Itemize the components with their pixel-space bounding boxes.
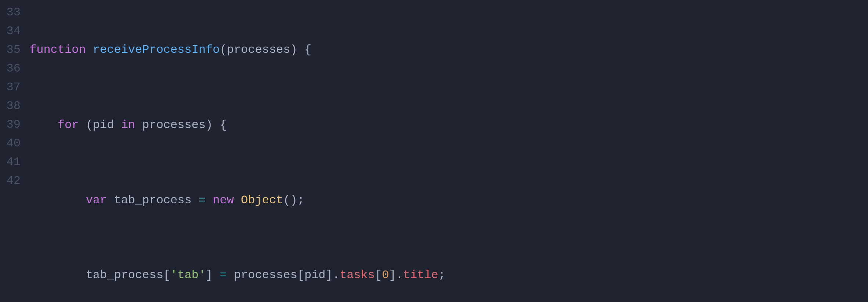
- punct-token: (: [283, 193, 290, 207]
- punct-token: ): [290, 43, 297, 57]
- property-token: title: [403, 268, 438, 282]
- operator-token: =: [192, 193, 213, 207]
- number-token: 0: [382, 268, 389, 282]
- punct-token: ): [206, 118, 213, 132]
- line-number: 42: [0, 171, 21, 190]
- punct-token: ]: [389, 268, 396, 282]
- punct-token: (: [86, 118, 93, 132]
- line-number: 38: [0, 97, 21, 115]
- punct-token: ;: [438, 268, 445, 282]
- keyword-token: in: [121, 118, 135, 132]
- whitespace-token: [86, 43, 93, 57]
- whitespace-token: [79, 118, 86, 132]
- code-line: tab_process['tab'] = processes[pid].task…: [29, 266, 868, 284]
- line-number: 37: [0, 78, 21, 97]
- keyword-token: for: [58, 118, 79, 132]
- variable-token: processes: [234, 268, 297, 282]
- class-token: Object: [241, 193, 283, 207]
- punct-token: {: [213, 118, 227, 132]
- code-content[interactable]: function receiveProcessInfo(processes) {…: [29, 3, 868, 302]
- line-number: 34: [0, 22, 21, 40]
- code-line: function receiveProcessInfo(processes) {: [29, 40, 868, 59]
- variable-token: processes: [142, 118, 206, 132]
- keyword-token: function: [29, 43, 86, 57]
- property-token: tasks: [340, 268, 375, 282]
- line-number-gutter: 33 34 35 36 37 38 39 40 41 42: [0, 3, 29, 302]
- line-number: 40: [0, 134, 21, 153]
- variable-token: pid: [93, 118, 114, 132]
- line-number: 33: [0, 3, 21, 22]
- code-line: var tab_process = new Object();: [29, 191, 868, 210]
- code-editor[interactable]: 33 34 35 36 37 38 39 40 41 42 function r…: [0, 3, 868, 302]
- keyword-token: new: [213, 193, 234, 207]
- whitespace-token: [107, 193, 114, 207]
- punct-token: ;: [297, 193, 304, 207]
- whitespace-token: [234, 193, 241, 207]
- punct-token: [: [163, 268, 170, 282]
- keyword-token: var: [86, 193, 107, 207]
- punct-token: ]: [326, 268, 333, 282]
- punct-token: .: [396, 268, 403, 282]
- punct-token: ]: [206, 268, 213, 282]
- function-name-token: receiveProcessInfo: [93, 43, 220, 57]
- variable-token: tab_process: [86, 268, 163, 282]
- line-number: 36: [0, 59, 21, 78]
- code-line: for (pid in processes) {: [29, 116, 868, 134]
- string-token: 'tab': [170, 268, 206, 282]
- whitespace-token: [135, 118, 142, 132]
- whitespace-token: [114, 118, 121, 132]
- punct-token: {: [297, 43, 311, 57]
- variable-token: tab_process: [114, 193, 191, 207]
- line-number: 35: [0, 40, 21, 59]
- punct-token: ): [290, 193, 297, 207]
- punct-token: [: [297, 268, 304, 282]
- variable-token: pid: [304, 268, 326, 282]
- punct-token: [: [375, 268, 382, 282]
- whitespace-token: [29, 268, 86, 282]
- whitespace-token: [29, 118, 58, 132]
- operator-token: =: [213, 268, 234, 282]
- line-number: 41: [0, 153, 21, 171]
- punct-token: .: [333, 268, 340, 282]
- punct-token: (: [220, 43, 227, 57]
- param-token: processes: [227, 43, 290, 57]
- whitespace-token: [29, 193, 86, 207]
- line-number: 39: [0, 115, 21, 134]
